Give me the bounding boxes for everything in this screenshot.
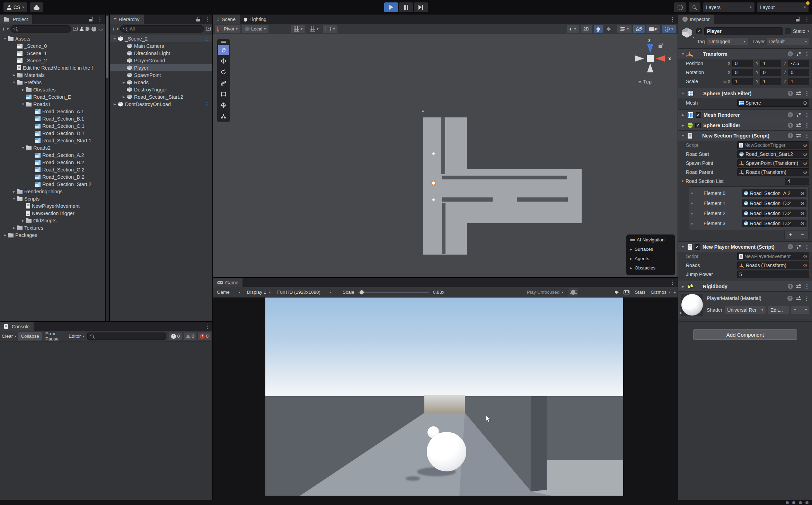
shader-dropdown[interactable]: Universal Rer ▾ (725, 306, 766, 314)
preset-icon[interactable] (796, 134, 801, 138)
hierarchy-tree-row[interactable]: ▶ Roads ⋮ (110, 79, 212, 86)
scene-viewport[interactable]: z x ≡ Top (213, 34, 678, 277)
project-tree-row[interactable]: NewSectionTrigger ⋮ (0, 210, 105, 217)
hand-tool[interactable] (218, 45, 229, 55)
project-tree-row[interactable]: ▶ Packages ⋮ (0, 231, 105, 239)
chevron-down-icon[interactable]: ▾ (7, 27, 9, 31)
project-tree-row[interactable]: Road_Section_B.2 ⋮ (0, 159, 105, 166)
gizmo-dot[interactable] (432, 152, 435, 155)
kebab-icon[interactable]: ⋮ (804, 91, 810, 96)
create-asset-button[interactable]: + (2, 26, 5, 32)
hierarchy-tree-row[interactable]: ▼ _Scene_2 ⋮ (110, 35, 212, 42)
list-element-row[interactable]: ≡ Element 0 Road_Section_A.2 ⊙ (690, 188, 806, 198)
axis-cone[interactable] (635, 55, 644, 62)
project-tree-row[interactable]: ▶ Obstacles ⋮ (0, 86, 105, 93)
object-field[interactable]: Road_Section_Start.2 ⊙ (737, 150, 809, 158)
tab-game[interactable]: Game (213, 278, 242, 287)
link-scale-icon[interactable]: ∞ (723, 79, 727, 84)
object-field[interactable]: NewPlayerMovement ⊙ (737, 252, 809, 260)
enabled-checkbox[interactable]: ✓ (695, 244, 700, 250)
hierarchy-tree-row[interactable]: PlayerGround ⋮ (110, 57, 212, 64)
y-input[interactable]: 0 (760, 69, 781, 76)
static-checkbox[interactable] (785, 28, 791, 34)
panel-menu-button[interactable]: ⋮ (668, 278, 678, 287)
slider-handle[interactable] (360, 290, 364, 294)
project-tree-row[interactable]: ▼ Scripts ⋮ (0, 195, 105, 202)
expander-icon[interactable]: ▼ (11, 197, 17, 201)
mesh-filter-header[interactable]: ▼ Sphere (Mesh Filter) ⋮ (678, 88, 812, 98)
view-projection-label[interactable]: ≡ Top (638, 79, 652, 85)
tab-console[interactable]: Console (0, 322, 34, 331)
layers-dropdown[interactable]: Layers ▾ (703, 2, 754, 12)
game-gizmos-dropdown[interactable]: Gizmos ▾ (649, 290, 672, 295)
hierarchy-tree-row[interactable]: ▶ Road_Section_Start.2 ⋮ (110, 93, 212, 100)
project-scrollbar[interactable] (106, 15, 109, 321)
status-check-icon[interactable] (805, 501, 809, 504)
drag-handle-icon[interactable]: ≡ (690, 221, 695, 225)
help-icon[interactable] (788, 91, 793, 96)
kebab-icon[interactable]: ⋮ (804, 51, 810, 56)
project-tree-row[interactable]: Road_Section_A.2 ⋮ (0, 151, 105, 159)
collapse-toggle[interactable]: Collapse (18, 332, 42, 340)
gizmo-dot[interactable] (432, 198, 435, 201)
search-by-type-icon[interactable] (73, 27, 78, 31)
preset-icon[interactable] (796, 91, 801, 96)
label-filter-icon[interactable] (86, 27, 90, 31)
expander-icon[interactable]: ▼ (2, 37, 8, 41)
draw-mode-dropdown[interactable]: ◐ ▾ (567, 25, 579, 33)
kebab-icon[interactable]: ⋮ (204, 101, 210, 107)
scale-slider[interactable] (358, 292, 429, 293)
object-field[interactable]: NewSectionTrigger ⊙ (737, 141, 809, 149)
axis-z-cone[interactable] (647, 44, 653, 53)
grid-visibility-toggle[interactable]: ▾ (307, 25, 321, 33)
resolution-dropdown[interactable]: Full HD (1920x1080) ▾ (275, 290, 333, 295)
expander-icon[interactable]: ▼ (20, 146, 26, 150)
element-object-field[interactable]: Road_Section_D.2 ⊙ (742, 210, 806, 217)
play-button[interactable] (384, 2, 398, 12)
project-search-input[interactable] (10, 25, 71, 33)
z-input[interactable]: 0 (788, 69, 809, 76)
light-gizmo-dot[interactable] (431, 180, 436, 186)
object-picker-icon[interactable]: ⊙ (802, 100, 808, 106)
help-icon[interactable] (788, 244, 793, 249)
expander-icon[interactable]: ▶ (680, 311, 682, 314)
kebab-icon[interactable]: ⋮ (804, 244, 810, 249)
list-size-input[interactable]: 4 (785, 178, 809, 185)
scene-effects-dropdown[interactable]: ▾ (617, 25, 632, 33)
object-field[interactable]: SpawnPoint (Transform) ⊙ (737, 159, 809, 167)
material-preview[interactable] (681, 294, 703, 316)
expander-icon[interactable]: ▶ (121, 95, 127, 99)
kebab-icon[interactable]: ⋮ (804, 296, 809, 301)
warning-count-badge[interactable]: 0 (184, 333, 196, 340)
mesh-renderer-header[interactable]: ▶ ✓ Mesh Renderer ⋮ (678, 109, 812, 120)
game-viewport[interactable] (213, 298, 678, 500)
chevron-down-icon[interactable]: ▾ (117, 27, 118, 31)
hierarchy-tree-row[interactable]: Main Camera ⋮ (110, 42, 212, 50)
tab-hierarchy[interactable]: ≡ Hierarchy (110, 15, 144, 24)
ai-navigation-item[interactable]: ▶ Agents (630, 254, 671, 263)
z-input[interactable]: -7.5 (788, 60, 809, 67)
project-tree-row[interactable]: ▶ Textures ⋮ (0, 224, 105, 231)
hierarchy-tree-row[interactable]: ▶ DontDestroyOnLoad ⋮ (110, 100, 212, 108)
expander-icon[interactable]: ▶ (11, 73, 17, 77)
expander-icon[interactable]: ▼ (681, 134, 685, 138)
lock-toggle[interactable] (194, 15, 202, 24)
hierarchy-tree-row[interactable]: Directional Light ⋮ (110, 50, 212, 57)
expander-icon[interactable]: ▶ (121, 81, 127, 84)
project-tree-row[interactable]: ▶ Materials ⋮ (0, 71, 105, 79)
kebab-icon[interactable]: ⋮ (804, 133, 810, 138)
help-icon[interactable] (788, 284, 793, 289)
kebab-icon[interactable]: ⋮ (204, 36, 210, 41)
create-object-button[interactable]: + (112, 26, 115, 32)
pivot-toggle[interactable]: Pivot ▾ (215, 25, 240, 33)
vsync-grid-icon[interactable] (624, 290, 629, 294)
object-picker-icon[interactable]: ⊙ (802, 151, 808, 157)
project-tree-row[interactable]: ▶ OldScripts ⋮ (0, 217, 105, 224)
enabled-checkbox[interactable]: ✓ (695, 123, 701, 128)
error-count-badge[interactable]: ! 0 (198, 333, 211, 340)
expander-icon[interactable]: ▶ (2, 233, 8, 237)
search-button[interactable] (689, 2, 700, 12)
gizmo-center-cube[interactable] (647, 55, 654, 62)
undo-history-button[interactable] (674, 2, 686, 12)
toolstrip-drag-handle[interactable] (218, 40, 229, 44)
